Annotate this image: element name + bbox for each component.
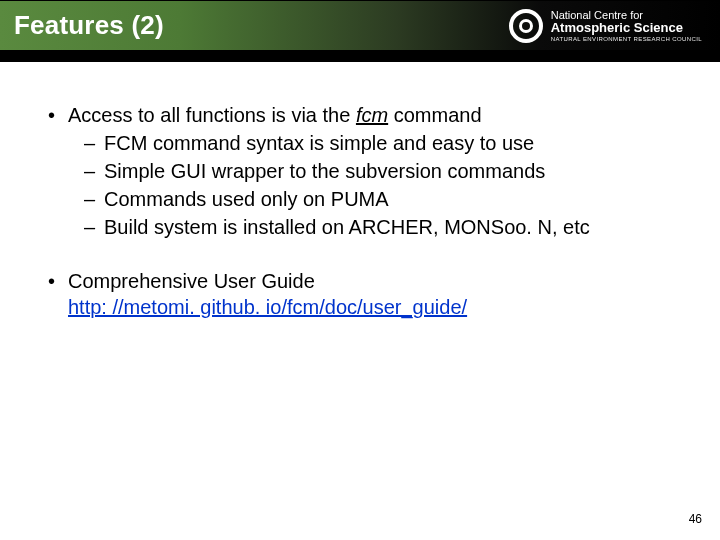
sub-item-1b: Simple GUI wrapper to the subversion com…: [68, 158, 680, 184]
fcm-keyword: fcm: [356, 104, 388, 126]
logo-line3: NATURAL ENVIRONMENT RESEARCH COUNCIL: [551, 36, 702, 42]
bullet2-text: Comprehensive User Guide: [68, 270, 315, 292]
bullet-item-1: Access to all functions is via the fcm c…: [40, 102, 680, 240]
ncas-logo: National Centre for Atmospheric Science …: [509, 9, 702, 43]
sub-item-1a: FCM command syntax is simple and easy to…: [68, 130, 680, 156]
logo-line2: Atmospheric Science: [551, 21, 702, 34]
page-number: 46: [689, 512, 702, 526]
slide-title: Features (2): [14, 10, 164, 41]
bullet1-suffix: command: [388, 104, 481, 126]
bullet-item-2: Comprehensive User Guide http: //metomi.…: [40, 268, 680, 320]
sub-item-1c: Commands used only on PUMA: [68, 186, 680, 212]
sub-list-1: FCM command syntax is simple and easy to…: [68, 130, 680, 240]
user-guide-link[interactable]: http: //metomi. github. io/fcm/doc/user_…: [68, 296, 467, 318]
bullet1-prefix: Access to all functions is via the: [68, 104, 356, 126]
slide-body: Access to all functions is via the fcm c…: [0, 62, 720, 320]
logo-text: National Centre for Atmospheric Science …: [551, 10, 702, 42]
logo-ring-icon: [509, 9, 543, 43]
sub-item-1d: Build system is installed on ARCHER, MON…: [68, 214, 680, 240]
slide-header: Features (2) National Centre for Atmosph…: [0, 0, 720, 62]
bullet-list: Access to all functions is via the fcm c…: [40, 102, 680, 320]
logo-line1: National Centre for: [551, 10, 702, 21]
slide: Features (2) National Centre for Atmosph…: [0, 0, 720, 540]
